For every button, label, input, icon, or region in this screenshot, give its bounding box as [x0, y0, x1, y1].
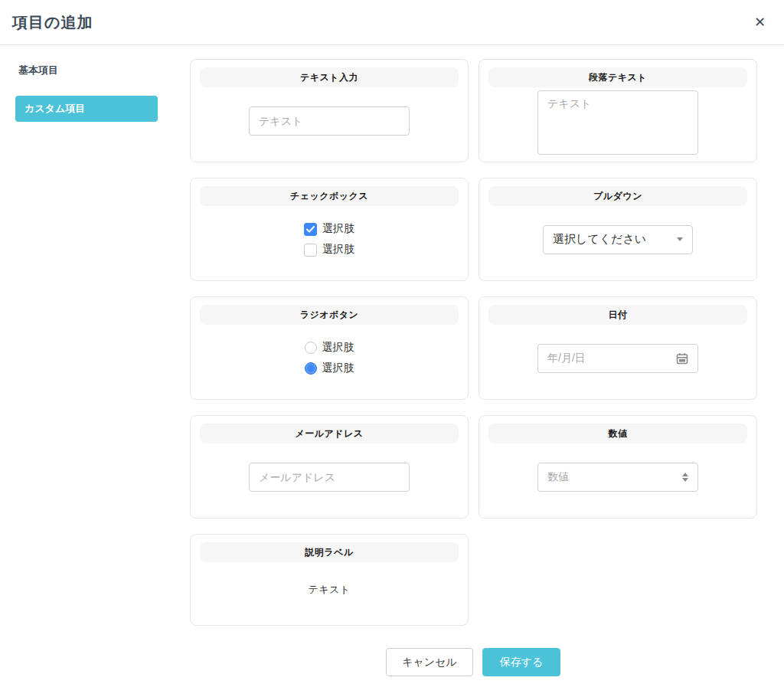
number-placeholder: 数値: [547, 470, 569, 484]
description-label-text: テキスト: [308, 583, 350, 597]
card-title: メールアドレス: [200, 424, 459, 443]
card-title: 日付: [488, 305, 747, 325]
card-date[interactable]: 日付 年/月/日: [479, 296, 757, 400]
text-input-preview[interactable]: [249, 106, 410, 136]
radio-unchecked-icon[interactable]: [305, 342, 317, 354]
card-radio[interactable]: ラジオボタン 選択肢 選択肢: [190, 296, 469, 400]
page-title: 項目の追加: [12, 12, 93, 33]
radio-option-unchecked[interactable]: 選択肢: [305, 341, 354, 355]
card-title: テキスト入力: [200, 67, 459, 87]
select-preview[interactable]: 選択してください: [543, 225, 693, 254]
sidebar-item-basic[interactable]: 基本項目: [15, 64, 190, 77]
field-type-grid: テキスト入力 段落テキスト チェックボックス 選択肢: [190, 59, 757, 626]
modal-body: 基本項目 カスタム項目 テキスト入力 段落テキスト チェックボックス: [0, 45, 784, 626]
checkbox-checked-icon[interactable]: [304, 223, 317, 236]
checkbox-option-checked[interactable]: 選択肢: [304, 222, 354, 236]
cancel-button[interactable]: キャンセル: [386, 648, 473, 676]
card-email[interactable]: メールアドレス: [190, 415, 469, 519]
card-title: 数値: [488, 424, 747, 443]
card-paragraph-text[interactable]: 段落テキスト: [479, 59, 757, 162]
email-input-preview[interactable]: [249, 463, 410, 492]
card-text-input[interactable]: テキスト入力: [190, 59, 469, 162]
chevron-down-icon: [677, 237, 683, 241]
card-checkbox[interactable]: チェックボックス 選択肢 選択肢: [190, 178, 469, 281]
number-input-preview[interactable]: 数値: [537, 463, 698, 492]
checkbox-unchecked-icon[interactable]: [304, 244, 317, 257]
number-stepper-icon[interactable]: [682, 473, 688, 482]
calendar-icon: [676, 352, 688, 365]
modal-header: 項目の追加 ✕: [0, 0, 784, 45]
choice-label: 選択肢: [322, 222, 354, 236]
date-placeholder: 年/月/日: [547, 352, 586, 365]
modal-footer: キャンセル 保存する: [190, 648, 756, 676]
card-title: 段落テキスト: [488, 67, 747, 87]
radio-checked-icon[interactable]: [305, 362, 317, 375]
select-value: 選択してください: [553, 232, 646, 247]
sidebar: 基本項目 カスタム項目: [0, 59, 190, 626]
card-title: 説明ラベル: [200, 542, 459, 562]
date-input-preview[interactable]: 年/月/日: [537, 344, 698, 373]
card-title: ラジオボタン: [200, 305, 459, 325]
choice-label: 選択肢: [322, 362, 354, 375]
close-icon[interactable]: ✕: [751, 12, 769, 32]
card-pulldown[interactable]: プルダウン 選択してください: [479, 178, 757, 281]
card-title: プルダウン: [488, 186, 747, 206]
checkbox-option-unchecked[interactable]: 選択肢: [304, 243, 354, 257]
save-button[interactable]: 保存する: [482, 648, 560, 676]
textarea-preview[interactable]: [537, 90, 698, 155]
card-description-label[interactable]: 説明ラベル テキスト: [190, 534, 469, 626]
sidebar-item-custom[interactable]: カスタム項目: [15, 96, 158, 122]
choice-label: 選択肢: [322, 243, 354, 257]
card-title: チェックボックス: [200, 186, 459, 206]
card-number[interactable]: 数値 数値: [479, 415, 757, 519]
radio-option-checked[interactable]: 選択肢: [305, 362, 354, 375]
choice-label: 選択肢: [322, 341, 354, 355]
